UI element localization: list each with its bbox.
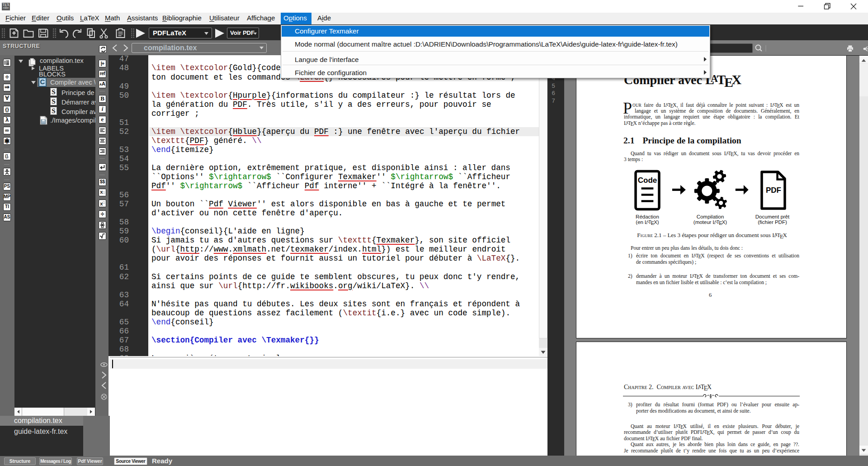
svg-text:Code: Code <box>638 176 657 185</box>
svg-text:PDF: PDF <box>766 186 781 195</box>
